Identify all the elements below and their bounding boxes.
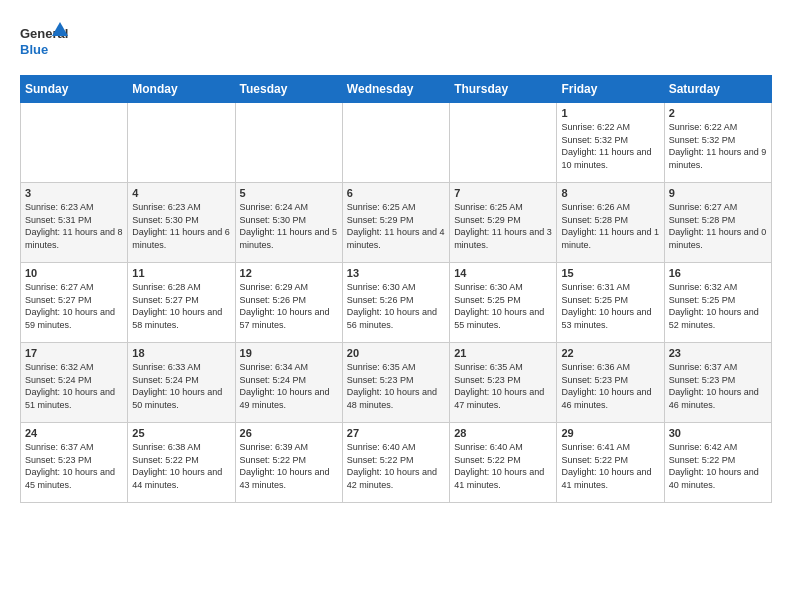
day-info: Sunrise: 6:33 AMSunset: 5:24 PMDaylight:…: [132, 361, 230, 411]
calendar-cell: [342, 103, 449, 183]
calendar-week-row: 10Sunrise: 6:27 AMSunset: 5:27 PMDayligh…: [21, 263, 772, 343]
day-info: Sunrise: 6:29 AMSunset: 5:26 PMDaylight:…: [240, 281, 338, 331]
day-info: Sunrise: 6:35 AMSunset: 5:23 PMDaylight:…: [347, 361, 445, 411]
day-info: Sunrise: 6:25 AMSunset: 5:29 PMDaylight:…: [454, 201, 552, 251]
day-number: 17: [25, 347, 123, 359]
calendar-cell: 30Sunrise: 6:42 AMSunset: 5:22 PMDayligh…: [664, 423, 771, 503]
day-info: Sunrise: 6:35 AMSunset: 5:23 PMDaylight:…: [454, 361, 552, 411]
calendar-week-row: 24Sunrise: 6:37 AMSunset: 5:23 PMDayligh…: [21, 423, 772, 503]
calendar-cell: [450, 103, 557, 183]
day-info: Sunrise: 6:30 AMSunset: 5:25 PMDaylight:…: [454, 281, 552, 331]
calendar-cell: 4Sunrise: 6:23 AMSunset: 5:30 PMDaylight…: [128, 183, 235, 263]
calendar-week-row: 17Sunrise: 6:32 AMSunset: 5:24 PMDayligh…: [21, 343, 772, 423]
day-number: 21: [454, 347, 552, 359]
header: General Blue: [20, 20, 772, 65]
calendar-cell: 24Sunrise: 6:37 AMSunset: 5:23 PMDayligh…: [21, 423, 128, 503]
calendar-cell: 20Sunrise: 6:35 AMSunset: 5:23 PMDayligh…: [342, 343, 449, 423]
calendar-cell: [128, 103, 235, 183]
day-info: Sunrise: 6:41 AMSunset: 5:22 PMDaylight:…: [561, 441, 659, 491]
calendar-cell: 21Sunrise: 6:35 AMSunset: 5:23 PMDayligh…: [450, 343, 557, 423]
calendar-cell: 27Sunrise: 6:40 AMSunset: 5:22 PMDayligh…: [342, 423, 449, 503]
day-info: Sunrise: 6:23 AMSunset: 5:31 PMDaylight:…: [25, 201, 123, 251]
day-info: Sunrise: 6:31 AMSunset: 5:25 PMDaylight:…: [561, 281, 659, 331]
calendar-cell: 10Sunrise: 6:27 AMSunset: 5:27 PMDayligh…: [21, 263, 128, 343]
day-info: Sunrise: 6:28 AMSunset: 5:27 PMDaylight:…: [132, 281, 230, 331]
logo-svg: General Blue: [20, 20, 70, 65]
calendar-cell: 13Sunrise: 6:30 AMSunset: 5:26 PMDayligh…: [342, 263, 449, 343]
day-info: Sunrise: 6:36 AMSunset: 5:23 PMDaylight:…: [561, 361, 659, 411]
day-number: 25: [132, 427, 230, 439]
day-info: Sunrise: 6:24 AMSunset: 5:30 PMDaylight:…: [240, 201, 338, 251]
day-number: 23: [669, 347, 767, 359]
calendar-cell: 14Sunrise: 6:30 AMSunset: 5:25 PMDayligh…: [450, 263, 557, 343]
day-number: 29: [561, 427, 659, 439]
day-info: Sunrise: 6:32 AMSunset: 5:25 PMDaylight:…: [669, 281, 767, 331]
day-header-sunday: Sunday: [21, 76, 128, 103]
calendar-cell: 25Sunrise: 6:38 AMSunset: 5:22 PMDayligh…: [128, 423, 235, 503]
day-info: Sunrise: 6:37 AMSunset: 5:23 PMDaylight:…: [669, 361, 767, 411]
calendar-week-row: 3Sunrise: 6:23 AMSunset: 5:31 PMDaylight…: [21, 183, 772, 263]
calendar-cell: 28Sunrise: 6:40 AMSunset: 5:22 PMDayligh…: [450, 423, 557, 503]
day-info: Sunrise: 6:23 AMSunset: 5:30 PMDaylight:…: [132, 201, 230, 251]
day-number: 3: [25, 187, 123, 199]
day-header-tuesday: Tuesday: [235, 76, 342, 103]
day-number: 1: [561, 107, 659, 119]
calendar-cell: [235, 103, 342, 183]
calendar-cell: 26Sunrise: 6:39 AMSunset: 5:22 PMDayligh…: [235, 423, 342, 503]
day-info: Sunrise: 6:22 AMSunset: 5:32 PMDaylight:…: [561, 121, 659, 171]
day-number: 5: [240, 187, 338, 199]
calendar-cell: 5Sunrise: 6:24 AMSunset: 5:30 PMDaylight…: [235, 183, 342, 263]
day-number: 20: [347, 347, 445, 359]
day-number: 27: [347, 427, 445, 439]
day-header-friday: Friday: [557, 76, 664, 103]
calendar-cell: 29Sunrise: 6:41 AMSunset: 5:22 PMDayligh…: [557, 423, 664, 503]
day-number: 14: [454, 267, 552, 279]
day-info: Sunrise: 6:39 AMSunset: 5:22 PMDaylight:…: [240, 441, 338, 491]
day-info: Sunrise: 6:27 AMSunset: 5:27 PMDaylight:…: [25, 281, 123, 331]
day-header-monday: Monday: [128, 76, 235, 103]
day-number: 19: [240, 347, 338, 359]
calendar-cell: 23Sunrise: 6:37 AMSunset: 5:23 PMDayligh…: [664, 343, 771, 423]
svg-text:Blue: Blue: [20, 42, 48, 57]
day-info: Sunrise: 6:40 AMSunset: 5:22 PMDaylight:…: [454, 441, 552, 491]
calendar-cell: 17Sunrise: 6:32 AMSunset: 5:24 PMDayligh…: [21, 343, 128, 423]
day-number: 10: [25, 267, 123, 279]
day-number: 15: [561, 267, 659, 279]
calendar-cell: 22Sunrise: 6:36 AMSunset: 5:23 PMDayligh…: [557, 343, 664, 423]
calendar-cell: [21, 103, 128, 183]
day-info: Sunrise: 6:27 AMSunset: 5:28 PMDaylight:…: [669, 201, 767, 251]
logo: General Blue: [20, 20, 70, 65]
calendar-cell: 11Sunrise: 6:28 AMSunset: 5:27 PMDayligh…: [128, 263, 235, 343]
day-number: 6: [347, 187, 445, 199]
day-number: 8: [561, 187, 659, 199]
day-info: Sunrise: 6:40 AMSunset: 5:22 PMDaylight:…: [347, 441, 445, 491]
calendar-cell: 18Sunrise: 6:33 AMSunset: 5:24 PMDayligh…: [128, 343, 235, 423]
day-info: Sunrise: 6:34 AMSunset: 5:24 PMDaylight:…: [240, 361, 338, 411]
day-info: Sunrise: 6:30 AMSunset: 5:26 PMDaylight:…: [347, 281, 445, 331]
calendar-cell: 12Sunrise: 6:29 AMSunset: 5:26 PMDayligh…: [235, 263, 342, 343]
day-info: Sunrise: 6:42 AMSunset: 5:22 PMDaylight:…: [669, 441, 767, 491]
calendar-cell: 3Sunrise: 6:23 AMSunset: 5:31 PMDaylight…: [21, 183, 128, 263]
day-info: Sunrise: 6:22 AMSunset: 5:32 PMDaylight:…: [669, 121, 767, 171]
day-header-thursday: Thursday: [450, 76, 557, 103]
day-number: 24: [25, 427, 123, 439]
day-number: 4: [132, 187, 230, 199]
day-number: 22: [561, 347, 659, 359]
day-number: 12: [240, 267, 338, 279]
day-info: Sunrise: 6:38 AMSunset: 5:22 PMDaylight:…: [132, 441, 230, 491]
day-number: 16: [669, 267, 767, 279]
day-info: Sunrise: 6:32 AMSunset: 5:24 PMDaylight:…: [25, 361, 123, 411]
day-number: 28: [454, 427, 552, 439]
calendar-week-row: 1Sunrise: 6:22 AMSunset: 5:32 PMDaylight…: [21, 103, 772, 183]
day-number: 11: [132, 267, 230, 279]
day-number: 2: [669, 107, 767, 119]
calendar-cell: 16Sunrise: 6:32 AMSunset: 5:25 PMDayligh…: [664, 263, 771, 343]
calendar-cell: 1Sunrise: 6:22 AMSunset: 5:32 PMDaylight…: [557, 103, 664, 183]
calendar-cell: 6Sunrise: 6:25 AMSunset: 5:29 PMDaylight…: [342, 183, 449, 263]
day-number: 30: [669, 427, 767, 439]
day-info: Sunrise: 6:26 AMSunset: 5:28 PMDaylight:…: [561, 201, 659, 251]
calendar-cell: 2Sunrise: 6:22 AMSunset: 5:32 PMDaylight…: [664, 103, 771, 183]
day-header-saturday: Saturday: [664, 76, 771, 103]
calendar-cell: 19Sunrise: 6:34 AMSunset: 5:24 PMDayligh…: [235, 343, 342, 423]
day-number: 18: [132, 347, 230, 359]
